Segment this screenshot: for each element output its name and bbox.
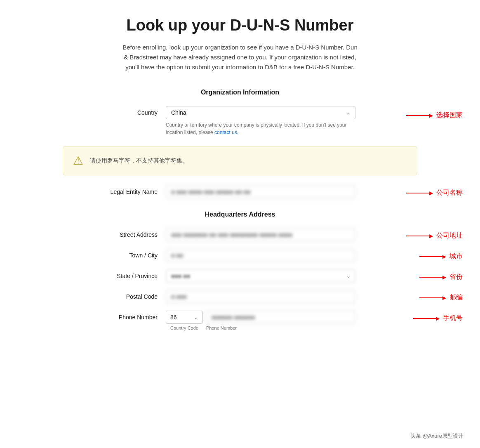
city-input[interactable] — [166, 249, 355, 262]
state-select[interactable]: ●●● ●● — [166, 269, 355, 283]
street-input[interactable] — [166, 228, 355, 241]
state-select-wrap: ●●● ●● ⌄ — [166, 269, 355, 283]
phone-code-wrap: 86 1 44 ⌄ — [166, 311, 203, 324]
legal-annotation-text: 公司名称 — [436, 189, 463, 197]
country-annotation-text: 选择国家 — [436, 111, 463, 120]
state-arrow-line — [419, 274, 446, 280]
country-select[interactable]: China United States Japan — [166, 106, 355, 119]
city-arrow-line — [419, 254, 446, 259]
legal-arrow-line — [406, 190, 433, 196]
legal-entity-label: Legal Entity Name — [100, 185, 166, 195]
state-annotation: 省份 — [419, 273, 463, 281]
state-label: State / Province — [100, 269, 166, 279]
city-annotation: 城市 — [419, 252, 463, 261]
contact-link[interactable]: contact us. — [214, 130, 238, 135]
warning-icon: ⚠ — [73, 154, 83, 167]
legal-annotation: 公司名称 — [406, 189, 463, 197]
phone-number-label: Phone Number — [206, 325, 355, 330]
postal-annotation-text: 邮编 — [449, 293, 463, 302]
phone-control: 86 1 44 ⌄ Country Code Phone Number — [166, 311, 380, 330]
state-annotation-text: 省份 — [449, 273, 463, 281]
phone-number-input[interactable] — [206, 311, 355, 324]
country-code-label: Country Code — [166, 325, 203, 330]
page-description: Before enrolling, look up your organizat… — [120, 42, 360, 72]
country-select-wrap: China United States Japan ⌄ — [166, 106, 355, 119]
warning-text: 请使用罗马字符，不支持其他字符集。 — [90, 157, 188, 165]
street-arrow-line — [406, 233, 433, 239]
street-annotation-text: 公司地址 — [436, 231, 463, 240]
warning-box: ⚠ 请使用罗马字符，不支持其他字符集。 — [63, 146, 417, 175]
country-arrow-line — [406, 113, 433, 118]
country-control: China United States Japan ⌄ Country or t… — [166, 106, 380, 136]
phone-label: Phone Number — [100, 311, 166, 321]
postal-input[interactable] — [166, 290, 355, 303]
postal-arrow-line — [419, 295, 446, 301]
street-control — [166, 228, 380, 241]
phone-annotation-text: 手机号 — [443, 314, 463, 323]
phone-row-inner: 86 1 44 ⌄ — [166, 311, 355, 324]
state-row: State / Province ●●● ●● ⌄ 省份 — [100, 269, 380, 283]
country-note: Country or territory where your company … — [166, 121, 355, 136]
street-annotation: 公司地址 — [406, 231, 463, 240]
page-title: Look up your D-U-N-S Number — [63, 17, 417, 34]
hq-section-title: Headquarters Address — [100, 211, 380, 218]
phone-code-select[interactable]: 86 1 44 — [166, 311, 203, 324]
street-label: Street Address — [100, 228, 166, 238]
legal-entity-row: Legal Entity Name 公司名称 — [100, 185, 380, 198]
city-row: Town / City 城市 — [100, 249, 380, 262]
phone-annotation: 手机号 — [413, 314, 463, 323]
legal-entity-control — [166, 185, 380, 198]
postal-control — [166, 290, 380, 303]
phone-arrow-line — [413, 316, 440, 321]
phone-labels: Country Code Phone Number — [166, 325, 355, 330]
city-label: Town / City — [100, 249, 166, 259]
city-control — [166, 249, 380, 262]
watermark: 头条 @Axure原型设计 — [410, 432, 464, 440]
state-control: ●●● ●● ⌄ — [166, 269, 380, 283]
city-annotation-text: 城市 — [449, 252, 463, 261]
street-row: Street Address 公司地址 — [100, 228, 380, 241]
legal-entity-input[interactable] — [166, 185, 355, 198]
postal-annotation: 邮编 — [419, 293, 463, 302]
postal-row: Postal Code 邮编 — [100, 290, 380, 303]
postal-label: Postal Code — [100, 290, 166, 300]
country-annotation: 选择国家 — [406, 111, 463, 120]
country-row: Country China United States Japan ⌄ Coun… — [100, 106, 380, 136]
phone-row: Phone Number 86 1 44 ⌄ Country Code — [100, 311, 380, 330]
org-section-title: Organization Information — [100, 89, 380, 96]
country-label: Country — [100, 106, 166, 116]
